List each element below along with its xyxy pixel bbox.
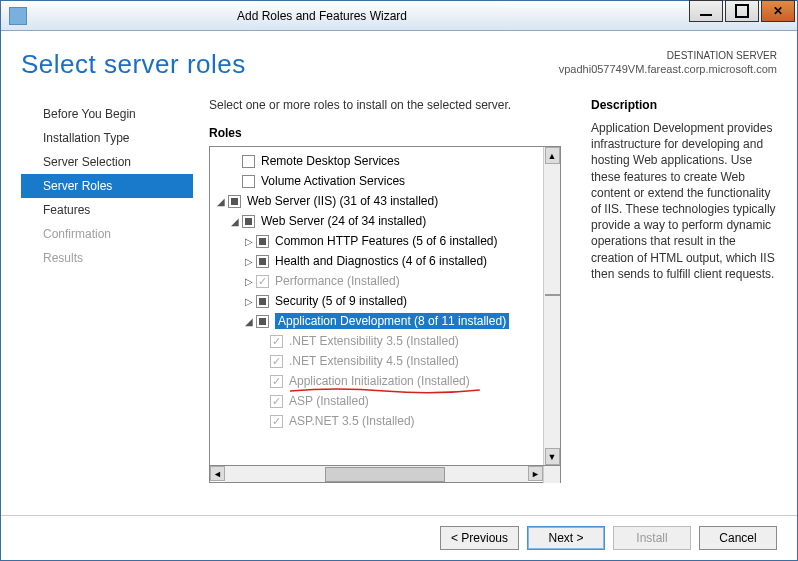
tree-node-label: Web Server (24 of 34 installed) (261, 214, 426, 228)
wizard-steps-sidebar: Before You BeginInstallation TypeServer … (21, 98, 193, 509)
checkbox[interactable] (256, 275, 269, 288)
tree-node-label: Health and Diagnostics (4 of 6 installed… (275, 254, 487, 268)
sidebar-step-server-roles[interactable]: Server Roles (21, 174, 193, 198)
expand-icon[interactable]: ▷ (242, 276, 256, 287)
tree-node[interactable]: ▷▷Remote Desktop Services (210, 151, 543, 171)
main-panel: Select one or more roles to install on t… (193, 98, 577, 509)
checkbox[interactable] (270, 335, 283, 348)
titlebar[interactable]: Add Roles and Features Wizard ✕ (1, 1, 797, 31)
description-panel: Description Application Development prov… (577, 98, 777, 509)
expand-icon[interactable]: ▷ (242, 236, 256, 247)
sidebar-step-confirmation: Confirmation (21, 222, 193, 246)
maximize-button[interactable] (725, 0, 759, 22)
hscroll-thumb[interactable] (325, 467, 445, 482)
tree-node[interactable]: ▷◢Web Server (24 of 34 installed) (210, 211, 543, 231)
roles-heading: Roles (209, 126, 561, 140)
window-buttons: ✕ (689, 1, 797, 30)
scroll-down-button[interactable]: ▼ (545, 448, 560, 465)
checkbox[interactable] (242, 175, 255, 188)
tree-node[interactable]: ▷▷Volume Activation Services (210, 171, 543, 191)
collapse-icon[interactable]: ◢ (214, 196, 228, 207)
tree-node-label: .NET Extensibility 3.5 (Installed) (289, 334, 459, 348)
expand-icon[interactable]: ▷ (242, 296, 256, 307)
sidebar-step-server-selection[interactable]: Server Selection (21, 150, 193, 174)
scroll-right-button[interactable]: ► (528, 466, 543, 481)
collapse-icon[interactable]: ◢ (228, 216, 242, 227)
scroll-up-button[interactable]: ▲ (545, 147, 560, 164)
tree-node-label: Remote Desktop Services (261, 154, 400, 168)
roles-tree-container: ▷▷Remote Desktop Services▷▷Volume Activa… (209, 146, 561, 483)
scroll-left-button[interactable]: ◄ (210, 466, 225, 481)
tree-node-label: .NET Extensibility 4.5 (Installed) (289, 354, 459, 368)
tree-node-label: ASP (Installed) (289, 394, 369, 408)
expand-icon[interactable]: ▷ (242, 256, 256, 267)
tree-node[interactable]: ▷▷▷Performance (Installed) (210, 271, 543, 291)
instruction-text: Select one or more roles to install on t… (209, 98, 561, 112)
tree-node-label: Application Development (8 of 11 install… (275, 313, 509, 329)
checkbox[interactable] (242, 215, 255, 228)
close-button[interactable]: ✕ (761, 0, 795, 22)
wizard-window: Add Roles and Features Wizard ✕ Select s… (0, 0, 798, 561)
checkbox[interactable] (256, 255, 269, 268)
tree-node-label: Security (5 of 9 installed) (275, 294, 407, 308)
roles-tree[interactable]: ▷▷Remote Desktop Services▷▷Volume Activa… (210, 147, 543, 465)
checkbox[interactable] (256, 315, 269, 328)
tree-node[interactable]: ▷▷▷Health and Diagnostics (4 of 6 instal… (210, 251, 543, 271)
sidebar-step-features[interactable]: Features (21, 198, 193, 222)
checkbox[interactable] (270, 415, 283, 428)
checkbox[interactable] (270, 375, 283, 388)
page-title: Select server roles (21, 49, 246, 80)
checkbox[interactable] (270, 355, 283, 368)
minimize-button[interactable] (689, 0, 723, 22)
install-button[interactable]: Install (613, 526, 691, 550)
checkbox[interactable] (242, 155, 255, 168)
destination-label: DESTINATION SERVER (559, 49, 777, 62)
tree-node[interactable]: ▷▷▷Common HTTP Features (5 of 6 installe… (210, 231, 543, 251)
scroll-corner (543, 466, 560, 483)
sidebar-step-before-you-begin[interactable]: Before You Begin (21, 102, 193, 126)
content-area: Select server roles DESTINATION SERVER v… (1, 31, 797, 515)
sidebar-step-installation-type[interactable]: Installation Type (21, 126, 193, 150)
tree-node[interactable]: ◢Web Server (IIS) (31 of 43 installed) (210, 191, 543, 211)
checkbox[interactable] (256, 295, 269, 308)
window-title: Add Roles and Features Wizard (0, 9, 689, 23)
checkbox[interactable] (256, 235, 269, 248)
tree-node-label: Volume Activation Services (261, 174, 405, 188)
tree-node-label: Common HTTP Features (5 of 6 installed) (275, 234, 498, 248)
tree-node[interactable]: ▷▷▷▷ASP (Installed) (210, 391, 543, 411)
wizard-footer: < Previous Next > Install Cancel (1, 515, 797, 560)
destination-server: vpadhi057749VM.fareast.corp.microsoft.co… (559, 62, 777, 76)
collapse-icon[interactable]: ◢ (242, 316, 256, 327)
tree-node[interactable]: ▷▷▷▷.NET Extensibility 4.5 (Installed) (210, 351, 543, 371)
horizontal-scrollbar[interactable] (225, 466, 528, 482)
tree-node[interactable]: ▷▷▷▷ASP.NET 3.5 (Installed) (210, 411, 543, 431)
sidebar-step-results: Results (21, 246, 193, 270)
cancel-button[interactable]: Cancel (699, 526, 777, 550)
checkbox[interactable] (270, 395, 283, 408)
vertical-scrollbar[interactable]: ▲ ▼ (543, 147, 560, 465)
tree-node[interactable]: ▷▷▷Security (5 of 9 installed) (210, 291, 543, 311)
destination-info: DESTINATION SERVER vpadhi057749VM.fareas… (559, 49, 777, 76)
tree-node-label: Performance (Installed) (275, 274, 400, 288)
tree-node-label: Application Initialization (Installed) (289, 374, 470, 388)
description-text: Application Development provides infrast… (591, 120, 777, 282)
description-heading: Description (591, 98, 777, 112)
tree-node[interactable]: ▷▷◢Application Development (8 of 11 inst… (210, 311, 543, 331)
checkbox[interactable] (228, 195, 241, 208)
next-button[interactable]: Next > (527, 526, 605, 550)
scroll-thumb[interactable] (545, 294, 560, 296)
previous-button[interactable]: < Previous (440, 526, 519, 550)
tree-node-label: Web Server (IIS) (31 of 43 installed) (247, 194, 438, 208)
tree-node[interactable]: ▷▷▷▷Application Initialization (Installe… (210, 371, 543, 391)
tree-node-label: ASP.NET 3.5 (Installed) (289, 414, 415, 428)
tree-node[interactable]: ▷▷▷▷.NET Extensibility 3.5 (Installed) (210, 331, 543, 351)
